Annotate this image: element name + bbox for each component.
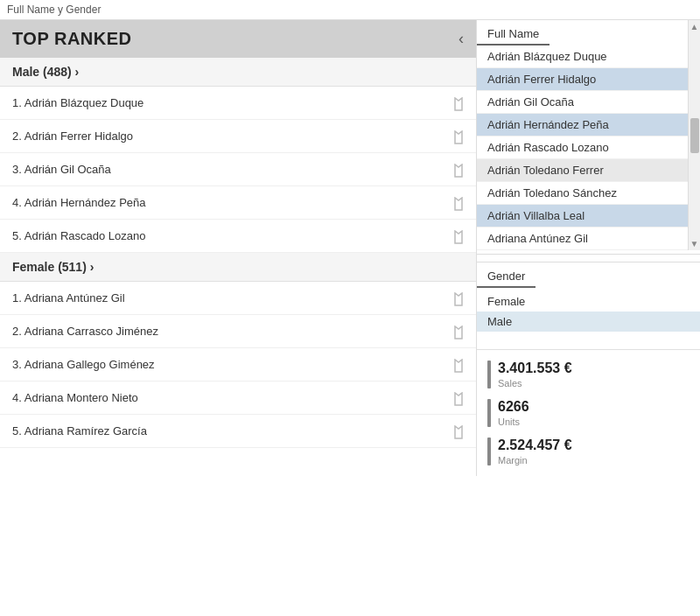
name-list: Adrián Blázquez DuqueAdrián Ferrer Hidal… — [477, 46, 700, 250]
item-label: 1. Adriana Antúnez Gil — [12, 291, 125, 304]
bookmark-icon[interactable] — [453, 128, 464, 144]
name-list-item[interactable]: Adrián Rascado Lozano — [477, 136, 700, 159]
item-label: 5. Adriana Ramírez García — [12, 424, 147, 438]
name-list-item[interactable]: Adrián Gil Ocaña — [477, 91, 700, 114]
list-item[interactable]: 1. Adriana Antúnez Gil — [0, 282, 476, 315]
gender-label: Gender — [477, 266, 536, 288]
bookmark-icon[interactable] — [453, 228, 464, 244]
bookmark-icon[interactable] — [453, 323, 464, 340]
metric-row-units: 6266Units — [487, 399, 690, 427]
item-label: 2. Adrián Ferrer Hidalgo — [12, 130, 133, 143]
list-item[interactable]: 4. Adriana Montero Nieto — [0, 382, 476, 415]
top-ranked-header[interactable]: TOP RANKED ‹ — [0, 20, 476, 58]
bookmark-icon[interactable] — [453, 161, 464, 178]
male-group-header[interactable]: Male (488) › — [0, 58, 476, 87]
female-group-header[interactable]: Female (511) › — [0, 253, 476, 282]
list-item[interactable]: 3. Adrián Gil Ocaña — [0, 153, 476, 186]
list-item[interactable]: 3. Adriana Gallego Giménez — [0, 348, 476, 382]
collapse-icon[interactable]: ‹ — [458, 30, 464, 48]
list-item[interactable]: 5. Adriana Ramírez García — [0, 415, 476, 448]
name-list-item[interactable]: Adrián Toledano Ferrer — [477, 159, 700, 182]
item-label: 3. Adrián Gil Ocaña — [12, 163, 111, 176]
item-label: 1. Adrián Blázquez Duque — [12, 96, 144, 109]
metric-value-units: 6266 — [498, 399, 529, 415]
metric-bar-margin — [487, 438, 491, 466]
fullname-scrollbar[interactable]: ▲ ▼ — [688, 20, 700, 250]
metrics-section: 3.401.553 €Sales6266Units2.524.457 €Marg… — [477, 349, 700, 476]
bookmark-icon[interactable] — [453, 94, 464, 111]
metric-label-sales: Sales — [498, 378, 572, 388]
bookmark-icon[interactable] — [453, 389, 464, 406]
male-group-list: 1. Adrián Blázquez Duque2. Adrián Ferrer… — [0, 87, 476, 253]
metric-label-margin: Margin — [498, 455, 572, 466]
name-list-item[interactable]: Adriana Antúnez Gil — [477, 228, 700, 250]
list-item[interactable]: 4. Adrián Hernández Peña — [0, 186, 476, 220]
bookmark-icon[interactable] — [453, 356, 464, 373]
name-list-item[interactable]: Adrián Ferrer Hidalgo — [477, 68, 700, 91]
gender-list-item[interactable]: Female — [477, 291, 700, 312]
female-group-list: 1. Adriana Antúnez Gil2. Adriana Carrasc… — [0, 282, 476, 448]
metric-text-units: 6266Units — [498, 399, 529, 427]
bookmark-icon[interactable] — [453, 290, 464, 306]
metric-label-units: Units — [498, 416, 529, 427]
gender-section: Gender FemaleMale — [477, 262, 700, 335]
name-list-item[interactable]: Adrián Toledano Sánchez — [477, 182, 700, 205]
scroll-down-icon[interactable]: ▼ — [690, 239, 699, 248]
list-item[interactable]: 2. Adrián Ferrer Hidalgo — [0, 120, 476, 153]
item-label: 2. Adriana Carrasco Jiménez — [12, 325, 158, 338]
name-list-item[interactable]: Adrián Villalba Leal — [477, 205, 700, 228]
metric-value-margin: 2.524.457 € — [498, 438, 572, 453]
scroll-thumb[interactable] — [690, 118, 699, 153]
bookmark-icon[interactable] — [453, 194, 464, 211]
name-list-item[interactable]: Adrián Blázquez Duque — [477, 46, 700, 68]
item-label: 3. Adriana Gallego Giménez — [12, 358, 155, 371]
item-label: 4. Adrián Hernández Peña — [12, 196, 146, 209]
list-item[interactable]: 1. Adrián Blázquez Duque — [0, 87, 476, 120]
metric-row-margin: 2.524.457 €Margin — [487, 438, 690, 466]
groups-container: Male (488) ›1. Adrián Blázquez Duque2. A… — [0, 58, 476, 448]
gender-list: FemaleMale — [477, 288, 700, 335]
list-item[interactable]: 5. Adrián Rascado Lozano — [0, 220, 476, 253]
metric-value-sales: 3.401.553 € — [498, 360, 572, 376]
name-list-item[interactable]: Adrián Hernández Peña — [477, 114, 700, 136]
bookmark-icon[interactable] — [453, 423, 464, 439]
gender-list-item[interactable]: Male — [477, 312, 700, 332]
item-label: 5. Adrián Rascado Lozano — [12, 229, 146, 242]
fullname-label: Full Name — [477, 20, 550, 46]
left-panel: TOP RANKED ‹ Male (488) ›1. Adrián Blázq… — [0, 20, 477, 476]
metric-text-sales: 3.401.553 €Sales — [498, 360, 572, 388]
metric-row-sales: 3.401.553 €Sales — [487, 360, 690, 388]
list-item[interactable]: 2. Adriana Carrasco Jiménez — [0, 315, 476, 348]
right-panel: Full Name Adrián Blázquez DuqueAdrián Fe… — [477, 20, 700, 476]
fullname-section: Full Name Adrián Blázquez DuqueAdrián Fe… — [477, 20, 700, 255]
metric-bar-sales — [487, 360, 491, 388]
top-ranked-title: TOP RANKED — [12, 29, 132, 49]
item-label: 4. Adriana Montero Nieto — [12, 391, 138, 404]
metric-bar-units — [487, 399, 491, 427]
page-title: Full Name y Gender — [0, 0, 700, 20]
scroll-up-icon[interactable]: ▲ — [690, 22, 699, 32]
metric-text-margin: 2.524.457 €Margin — [498, 438, 572, 466]
